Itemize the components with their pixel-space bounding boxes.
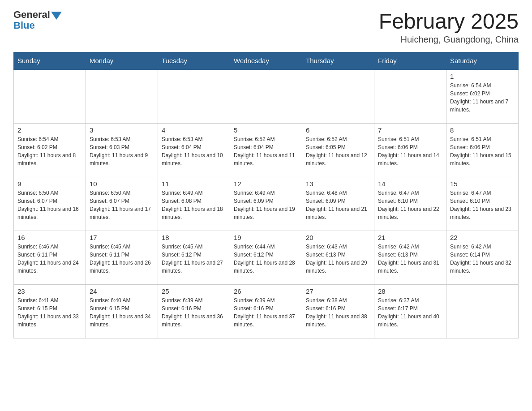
calendar-cell: 12Sunrise: 6:49 AM Sunset: 6:09 PM Dayli… (230, 177, 302, 231)
calendar-cell: 20Sunrise: 6:43 AM Sunset: 6:13 PM Dayli… (302, 231, 374, 284)
day-number: 25 (162, 287, 226, 295)
day-info: Sunrise: 6:51 AM Sunset: 6:06 PM Dayligh… (450, 135, 515, 167)
day-info: Sunrise: 6:50 AM Sunset: 6:07 PM Dayligh… (90, 189, 154, 221)
day-number: 9 (17, 180, 82, 188)
calendar-cell: 26Sunrise: 6:39 AM Sunset: 6:16 PM Dayli… (230, 284, 302, 338)
calendar-cell (446, 284, 519, 338)
day-info: Sunrise: 6:46 AM Sunset: 6:11 PM Dayligh… (17, 243, 82, 275)
day-info: Sunrise: 6:47 AM Sunset: 6:10 PM Dayligh… (450, 189, 515, 221)
day-number: 15 (450, 180, 515, 188)
weekday-header-monday: Monday (86, 52, 158, 70)
calendar-cell: 10Sunrise: 6:50 AM Sunset: 6:07 PM Dayli… (86, 177, 158, 231)
day-number: 7 (378, 126, 442, 134)
day-number: 22 (450, 234, 515, 241)
calendar-cell: 27Sunrise: 6:38 AM Sunset: 6:16 PM Dayli… (302, 284, 374, 338)
day-number: 8 (450, 126, 515, 134)
calendar-cell: 5Sunrise: 6:52 AM Sunset: 6:04 PM Daylig… (230, 123, 302, 177)
day-info: Sunrise: 6:38 AM Sunset: 6:16 PM Dayligh… (306, 296, 370, 329)
logo-arrow-icon (51, 12, 62, 20)
day-number: 18 (162, 234, 226, 241)
weekday-header-friday: Friday (374, 52, 446, 70)
day-number: 28 (378, 287, 442, 295)
logo-blue-text: Blue (13, 20, 35, 31)
day-info: Sunrise: 6:49 AM Sunset: 6:08 PM Dayligh… (162, 189, 226, 221)
calendar-cell: 18Sunrise: 6:45 AM Sunset: 6:12 PM Dayli… (158, 231, 230, 284)
calendar-cell: 1Sunrise: 6:54 AM Sunset: 6:02 PM Daylig… (446, 69, 519, 123)
day-number: 12 (234, 180, 298, 188)
calendar-cell: 15Sunrise: 6:47 AM Sunset: 6:10 PM Dayli… (446, 177, 519, 231)
day-info: Sunrise: 6:50 AM Sunset: 6:07 PM Dayligh… (17, 189, 82, 221)
calendar-cell: 28Sunrise: 6:37 AM Sunset: 6:17 PM Dayli… (374, 284, 446, 338)
day-info: Sunrise: 6:53 AM Sunset: 6:03 PM Dayligh… (90, 135, 154, 167)
calendar-cell: 8Sunrise: 6:51 AM Sunset: 6:06 PM Daylig… (446, 123, 519, 177)
day-info: Sunrise: 6:40 AM Sunset: 6:15 PM Dayligh… (90, 296, 154, 329)
calendar-cell: 7Sunrise: 6:51 AM Sunset: 6:06 PM Daylig… (374, 123, 446, 177)
calendar-cell: 9Sunrise: 6:50 AM Sunset: 6:07 PM Daylig… (14, 177, 86, 231)
day-info: Sunrise: 6:47 AM Sunset: 6:10 PM Dayligh… (378, 189, 442, 221)
calendar-cell: 4Sunrise: 6:53 AM Sunset: 6:04 PM Daylig… (158, 123, 230, 177)
day-info: Sunrise: 6:39 AM Sunset: 6:16 PM Dayligh… (234, 296, 298, 329)
calendar-cell: 17Sunrise: 6:45 AM Sunset: 6:11 PM Dayli… (86, 231, 158, 284)
day-number: 2 (17, 126, 82, 134)
day-number: 1 (450, 73, 515, 80)
title-block: February 2025 Huicheng, Guangdong, China (379, 9, 519, 45)
weekday-header-sunday: Sunday (14, 52, 86, 70)
day-number: 16 (17, 234, 82, 241)
day-info: Sunrise: 6:54 AM Sunset: 6:02 PM Dayligh… (17, 135, 82, 167)
day-info: Sunrise: 6:44 AM Sunset: 6:12 PM Dayligh… (234, 243, 298, 275)
calendar-cell: 11Sunrise: 6:49 AM Sunset: 6:08 PM Dayli… (158, 177, 230, 231)
day-info: Sunrise: 6:43 AM Sunset: 6:13 PM Dayligh… (306, 243, 370, 275)
day-number: 14 (378, 180, 442, 188)
calendar-cell: 24Sunrise: 6:40 AM Sunset: 6:15 PM Dayli… (86, 284, 158, 338)
weekday-row: SundayMondayTuesdayWednesdayThursdayFrid… (14, 52, 519, 70)
day-number: 10 (90, 180, 154, 188)
month-title: February 2025 (379, 9, 519, 34)
logo-general-text: General (13, 9, 50, 21)
day-info: Sunrise: 6:52 AM Sunset: 6:05 PM Dayligh… (306, 135, 370, 167)
week-row-5: 23Sunrise: 6:41 AM Sunset: 6:15 PM Dayli… (14, 284, 519, 338)
day-number: 5 (234, 126, 298, 134)
day-number: 6 (306, 126, 370, 134)
day-info: Sunrise: 6:52 AM Sunset: 6:04 PM Dayligh… (234, 135, 298, 167)
calendar-cell: 16Sunrise: 6:46 AM Sunset: 6:11 PM Dayli… (14, 231, 86, 284)
calendar-cell: 3Sunrise: 6:53 AM Sunset: 6:03 PM Daylig… (86, 123, 158, 177)
calendar-cell: 22Sunrise: 6:42 AM Sunset: 6:14 PM Dayli… (446, 231, 519, 284)
day-info: Sunrise: 6:53 AM Sunset: 6:04 PM Dayligh… (162, 135, 226, 167)
calendar-cell: 6Sunrise: 6:52 AM Sunset: 6:05 PM Daylig… (302, 123, 374, 177)
day-number: 4 (162, 126, 226, 134)
day-number: 21 (378, 234, 442, 241)
page-header: General Blue February 2025 Huicheng, Gua… (13, 9, 519, 45)
calendar-cell (302, 69, 374, 123)
calendar-cell (14, 69, 86, 123)
day-number: 3 (90, 126, 154, 134)
day-number: 20 (306, 234, 370, 241)
weekday-header-wednesday: Wednesday (230, 52, 302, 70)
calendar-cell: 14Sunrise: 6:47 AM Sunset: 6:10 PM Dayli… (374, 177, 446, 231)
day-number: 13 (306, 180, 370, 188)
day-info: Sunrise: 6:42 AM Sunset: 6:13 PM Dayligh… (378, 243, 442, 275)
week-row-1: 1Sunrise: 6:54 AM Sunset: 6:02 PM Daylig… (14, 69, 519, 123)
day-number: 24 (90, 287, 154, 295)
day-number: 26 (234, 287, 298, 295)
day-number: 27 (306, 287, 370, 295)
week-row-2: 2Sunrise: 6:54 AM Sunset: 6:02 PM Daylig… (14, 123, 519, 177)
day-info: Sunrise: 6:49 AM Sunset: 6:09 PM Dayligh… (234, 189, 298, 221)
day-info: Sunrise: 6:42 AM Sunset: 6:14 PM Dayligh… (450, 243, 515, 275)
day-info: Sunrise: 6:45 AM Sunset: 6:11 PM Dayligh… (90, 243, 154, 275)
day-info: Sunrise: 6:54 AM Sunset: 6:02 PM Dayligh… (450, 81, 515, 114)
calendar-cell: 13Sunrise: 6:48 AM Sunset: 6:09 PM Dayli… (302, 177, 374, 231)
day-info: Sunrise: 6:39 AM Sunset: 6:16 PM Dayligh… (162, 296, 226, 329)
calendar-cell: 25Sunrise: 6:39 AM Sunset: 6:16 PM Dayli… (158, 284, 230, 338)
calendar-cell: 19Sunrise: 6:44 AM Sunset: 6:12 PM Dayli… (230, 231, 302, 284)
week-row-4: 16Sunrise: 6:46 AM Sunset: 6:11 PM Dayli… (14, 231, 519, 284)
calendar-body: 1Sunrise: 6:54 AM Sunset: 6:02 PM Daylig… (14, 69, 519, 338)
day-number: 17 (90, 234, 154, 241)
day-info: Sunrise: 6:41 AM Sunset: 6:15 PM Dayligh… (17, 296, 82, 329)
location-text: Huicheng, Guangdong, China (379, 34, 519, 45)
weekday-header-thursday: Thursday (302, 52, 374, 70)
weekday-header-saturday: Saturday (446, 52, 519, 70)
day-info: Sunrise: 6:48 AM Sunset: 6:09 PM Dayligh… (306, 189, 370, 221)
day-info: Sunrise: 6:45 AM Sunset: 6:12 PM Dayligh… (162, 243, 226, 275)
calendar-cell: 23Sunrise: 6:41 AM Sunset: 6:15 PM Dayli… (14, 284, 86, 338)
calendar-cell (86, 69, 158, 123)
